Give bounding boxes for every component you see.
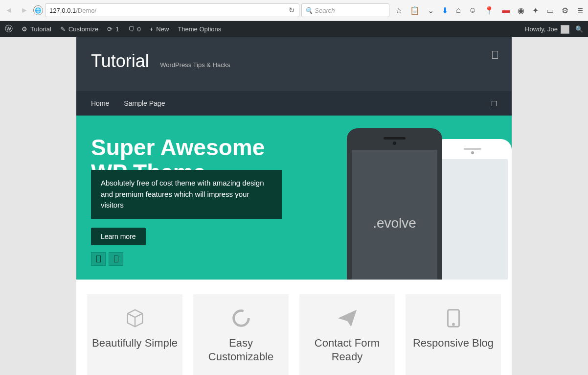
feature-responsive[interactable]: Responsive Blog xyxy=(406,294,501,375)
comments-link[interactable]: 🗨0 xyxy=(128,25,141,33)
primary-nav: Home Sample Page xyxy=(76,91,512,116)
refresh-icon[interactable]: ↻ xyxy=(289,6,295,15)
pocket-icon[interactable]: ⌄ xyxy=(428,6,434,15)
nav-expand-icon[interactable] xyxy=(492,101,497,106)
forward-button: ► xyxy=(18,3,31,17)
tablet-icon xyxy=(410,306,496,330)
flag-icon[interactable]: ▬ xyxy=(502,6,510,15)
site-identity-icon[interactable]: 🌐 xyxy=(33,5,43,15)
back-button[interactable]: ◄ xyxy=(2,3,16,17)
phone-screen-text: .evolve xyxy=(352,150,437,280)
pin-icon[interactable]: 📍 xyxy=(484,6,494,15)
feature-boxes: Beautifully Simple Easy Customizable Con… xyxy=(76,280,512,375)
feature-title: Contact Form Ready xyxy=(304,336,390,363)
phone-light xyxy=(433,139,512,280)
feature-customizable[interactable]: Easy Customizable xyxy=(193,294,289,375)
hamburger-menu-icon[interactable]: ≡ xyxy=(574,5,586,16)
updates-link[interactable]: ⟳1 xyxy=(107,25,119,33)
site-header: Tutorial WordPress Tips & Hacks xyxy=(76,37,512,91)
nav-home[interactable]: Home xyxy=(91,99,109,107)
downloads-icon[interactable]: ⬇ xyxy=(442,6,448,15)
wp-admin-bar: ⓦ ⚙Tutorial ✎Customize ⟳1 🗨0 +New Theme … xyxy=(0,21,588,37)
url-host: 127.0.0.1 xyxy=(49,7,76,14)
browser-search[interactable]: 🔍 Search xyxy=(301,3,389,17)
smiley-icon[interactable]: ☺ xyxy=(469,6,476,15)
url-bar[interactable]: 127.0.0.1/Demo/ ↻ xyxy=(45,3,299,17)
clipboard-icon[interactable]: 📋 xyxy=(410,6,420,15)
url-path: /Demo/ xyxy=(76,7,96,14)
feature-title: Responsive Blog xyxy=(410,336,496,350)
avatar xyxy=(561,25,569,34)
hero-description: Absolutely free of cost theme with amazi… xyxy=(91,170,282,219)
spinner-icon xyxy=(198,306,284,330)
circle-icon[interactable]: ◉ xyxy=(518,6,524,15)
hero-phones-graphic: .evolve xyxy=(347,128,512,280)
wp-logo[interactable]: ⓦ xyxy=(5,24,13,34)
bookmark-star-icon[interactable]: ☆ xyxy=(395,6,402,15)
feature-simple[interactable]: Beautifully Simple xyxy=(87,294,182,375)
feature-contact[interactable]: Contact Form Ready xyxy=(299,294,395,375)
theme-options-link[interactable]: Theme Options xyxy=(178,25,221,33)
header-widget-icon[interactable] xyxy=(492,51,498,59)
site-name-link[interactable]: ⚙Tutorial xyxy=(22,25,51,33)
search-icon[interactable]: 🔍 xyxy=(575,25,583,33)
cube-icon xyxy=(92,306,178,330)
new-link[interactable]: +New xyxy=(150,25,169,33)
card-icon[interactable]: ▭ xyxy=(546,6,554,15)
howdy-user[interactable]: Howdy, Joe xyxy=(525,25,569,34)
feature-title: Beautifully Simple xyxy=(92,336,178,350)
customize-link[interactable]: ✎Customize xyxy=(60,25,98,33)
toolbar-icons: ☆ 📋 ⌄ ⬇ ⌂ ☺ 📍 ▬ ◉ ✦ ▭ ⚙ xyxy=(391,6,572,15)
gear-icon[interactable]: ⚙ xyxy=(562,6,568,15)
phone-dark: .evolve xyxy=(347,128,442,280)
svg-point-0 xyxy=(233,311,249,326)
search-placeholder: Search xyxy=(315,7,335,14)
browser-toolbar: ◄ ► 🌐 127.0.0.1/Demo/ ↻ 🔍 Search ☆ 📋 ⌄ ⬇… xyxy=(0,0,588,21)
svg-point-2 xyxy=(452,324,454,325)
paw-icon[interactable]: ✦ xyxy=(532,6,539,15)
site-title[interactable]: Tutorial xyxy=(91,51,149,71)
search-icon: 🔍 xyxy=(305,7,313,14)
feature-title: Easy Customizable xyxy=(198,336,284,363)
slider-next-button[interactable] xyxy=(109,252,123,266)
learn-more-button[interactable]: Learn more xyxy=(91,228,146,245)
paper-plane-icon xyxy=(304,306,390,330)
hero-slider: Super Awesome WP Theme Absolutely free o… xyxy=(76,116,512,280)
home-icon[interactable]: ⌂ xyxy=(456,6,461,15)
nav-sample-page[interactable]: Sample Page xyxy=(124,99,165,107)
page-body: Tutorial WordPress Tips & Hacks Home Sam… xyxy=(0,37,588,375)
slider-prev-button[interactable] xyxy=(91,252,106,266)
site-tagline: WordPress Tips & Hacks xyxy=(160,61,230,69)
